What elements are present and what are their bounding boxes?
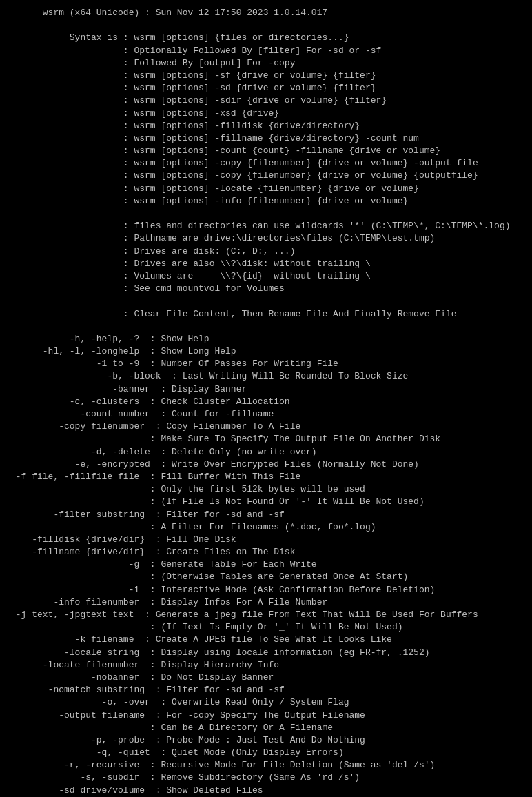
terminal-output: wsrm (x64 Unicode) : Sun Nov 12 17:50 20… [10,7,522,797]
